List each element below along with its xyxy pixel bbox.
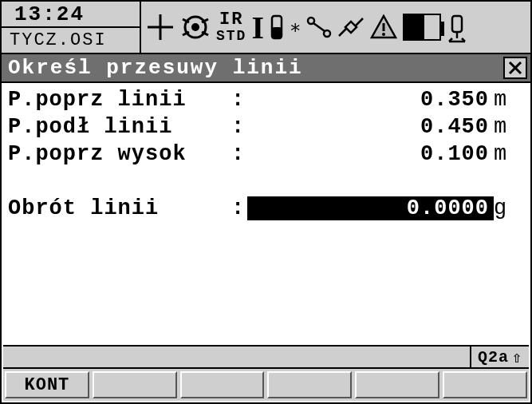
bluetooth-icon: ∗: [290, 16, 301, 39]
svg-point-10: [308, 18, 314, 24]
svg-rect-19: [452, 16, 462, 32]
satellite-icon: [337, 15, 365, 39]
crosshair-icon: [146, 13, 175, 42]
panel-indicator[interactable]: Q2a ⇧: [470, 347, 529, 367]
field-unit: m: [494, 88, 522, 112]
status-right: IR STD I ∗: [141, 2, 530, 53]
field-value: 0.0000: [247, 196, 494, 220]
panel-indicator-label: Q2a: [478, 348, 509, 366]
program-name: TYCZ.OSI: [2, 28, 140, 53]
field-offset-along[interactable]: P.podł linii : 0.450 m: [8, 113, 522, 141]
field-label: P.poprz wysok: [8, 142, 231, 166]
edm-mode-top: IR: [219, 11, 243, 29]
svg-point-18: [382, 33, 385, 36]
field-value: 0.350: [247, 88, 494, 112]
warning-icon: [369, 14, 398, 41]
svg-rect-9: [272, 27, 282, 38]
field-unit: g: [494, 196, 522, 220]
field-value: 0.100: [247, 142, 494, 166]
svg-rect-13: [345, 22, 357, 33]
softkey-bar: KONT: [3, 367, 529, 401]
softkey-f1[interactable]: KONT: [5, 371, 89, 398]
status-bar: 13:24 TYCZ.OSI IR STD I ∗: [2, 2, 530, 54]
dialog-titlebar: Określ przesuwy linii: [2, 54, 530, 83]
field-unit: m: [494, 142, 522, 166]
field-value: 0.450: [247, 115, 494, 139]
shift-arrow-icon: ⇧: [512, 347, 522, 367]
edm-mode: IR STD: [216, 11, 246, 43]
svg-line-14: [339, 28, 347, 36]
clock: 13:24: [2, 2, 140, 28]
dialog-title: Określ przesuwy linii: [8, 56, 303, 80]
status-left: 13:24 TYCZ.OSI: [2, 2, 141, 53]
svg-point-11: [324, 30, 330, 37]
field-label: P.podł linii: [8, 115, 231, 139]
info-bar: Q2a ⇧: [3, 345, 529, 367]
svg-line-15: [355, 18, 363, 26]
instrument-icon: [446, 11, 468, 43]
close-icon: [508, 61, 522, 75]
field-offset-height[interactable]: P.poprz wysok : 0.100 m: [8, 141, 522, 168]
svg-point-3: [191, 23, 199, 31]
edm-mode-bottom: STD: [216, 29, 246, 43]
softkey-f3[interactable]: [180, 371, 265, 398]
field-label: P.poprz linii: [8, 88, 231, 112]
battery-icon: [403, 14, 441, 41]
softkey-f6[interactable]: [443, 371, 527, 398]
prism-icon: [179, 11, 211, 43]
field-line-rotation[interactable]: Obrót linii : 0.0000 g: [8, 195, 522, 222]
field-label: Obrót linii: [8, 196, 231, 220]
form-area: P.poprz linii : 0.350 m P.podł linii : 0…: [2, 83, 530, 222]
i-beam-icon: I: [251, 9, 264, 46]
softkey-f4[interactable]: [267, 371, 352, 398]
close-button[interactable]: [503, 57, 527, 79]
link-icon: [305, 15, 333, 39]
field-offset-across[interactable]: P.poprz linii : 0.350 m: [8, 86, 522, 113]
softkey-f5[interactable]: [355, 371, 439, 398]
svg-line-12: [313, 23, 325, 31]
memory-icon: [269, 13, 285, 42]
field-unit: m: [494, 115, 522, 139]
softkey-f2[interactable]: [93, 371, 177, 398]
